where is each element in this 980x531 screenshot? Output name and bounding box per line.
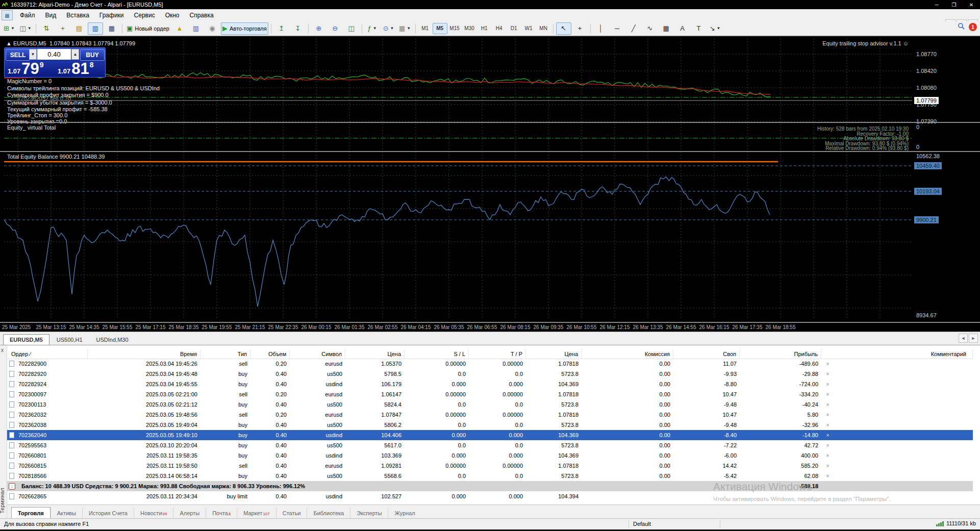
autotrading-button[interactable]: ▶Авто-торговля [221, 22, 268, 35]
restore-button[interactable]: ❐ [945, 0, 963, 9]
crosshair-button[interactable]: + [572, 22, 588, 35]
new-order-button[interactable]: ▣Новый ордер [125, 22, 171, 35]
timeframe-mn-button[interactable]: MN [536, 23, 551, 34]
buy-button[interactable]: BUY [80, 49, 105, 61]
periods-button[interactable]: ⊙▼ [381, 22, 396, 35]
terminal-tab-почта[interactable]: Почта8 [206, 508, 237, 519]
shapes-button[interactable]: ▦ [659, 22, 674, 35]
volume-input[interactable]: 0.40 [37, 49, 71, 60]
vline-button[interactable]: │ [593, 22, 609, 35]
order-row[interactable]: 7023001132025.03.05 02:21:12buy0.40us500… [7, 399, 973, 410]
sell-button[interactable]: SELL [6, 49, 30, 61]
trendline-button[interactable]: ╱ [626, 22, 641, 35]
close-order-icon[interactable]: × [821, 392, 834, 397]
terminal-tab-эксперты[interactable]: Эксперты [350, 508, 388, 519]
terminal-tab-активы[interactable]: Активы [51, 508, 82, 519]
order-row[interactable]: 7023000972025.03.05 02:21:00sell0.20euru… [7, 389, 973, 399]
order-row[interactable]: 7028185662025.03.14 06:58:14buy0.40us500… [7, 471, 973, 481]
tile-windows-button[interactable]: ◫ [344, 22, 359, 35]
label-button[interactable]: T [691, 22, 707, 35]
menu-окно[interactable]: Окно [160, 10, 185, 20]
order-row[interactable]: 7023620382025.03.05 19:49:04buy0.40us500… [7, 420, 973, 430]
terminal-tab-библиотека[interactable]: Библиотека [307, 508, 350, 519]
profiles-button[interactable]: ◫▼ [18, 22, 33, 35]
zoom-in-button[interactable]: ⊕ [311, 22, 326, 35]
chart-tab-us500[interactable]: US500,H1 [50, 334, 89, 345]
close-order-icon[interactable]: × [821, 371, 834, 377]
terminal-tab-новости[interactable]: Новости99 [134, 508, 173, 519]
fibonacci-button[interactable]: ∿ [642, 22, 658, 35]
refresh-button[interactable]: ◉ [205, 22, 220, 35]
timeframe-m1-button[interactable]: M1 [418, 23, 433, 34]
volume-decrease-button[interactable]: ▼ [29, 49, 37, 60]
timeframe-h4-button[interactable]: H4 [492, 23, 507, 34]
order-row[interactable]: 7026608012025.03.11 19:58:35buy0.40usdin… [7, 450, 973, 461]
notification-badge[interactable]: 1 [969, 23, 977, 31]
timeframe-h1-button[interactable]: H1 [477, 23, 492, 34]
arrows-button[interactable]: ↘▼ [708, 22, 723, 35]
terminal-button[interactable]: ▥ [88, 22, 103, 35]
navigator-button[interactable]: ▤ [71, 22, 87, 35]
menu-графики[interactable]: Графики [94, 10, 129, 20]
subwindow-separator[interactable] [0, 122, 980, 123]
close-order-icon[interactable]: × [821, 463, 834, 469]
order-row[interactable]: 7022829242025.03.04 19:45:55buy0.40usdin… [7, 379, 973, 389]
close-order-icon[interactable]: × [821, 402, 834, 408]
terminal-tab-история-счета[interactable]: История Счета [82, 508, 134, 519]
terminal-tab-статьи[interactable]: Статьи [276, 508, 307, 519]
tab-scroll-right-icon[interactable]: ► [969, 334, 978, 343]
hline-button[interactable]: ─ [610, 22, 625, 35]
menu-сервис[interactable]: Сервис [129, 10, 160, 20]
menu-вид[interactable]: Вид [40, 10, 62, 20]
chart-tab-usdind[interactable]: USDInd,M30 [90, 334, 135, 345]
templates-button[interactable]: ▦▼ [397, 22, 413, 35]
search-icon[interactable] [958, 22, 965, 32]
close-button[interactable]: ✕ [963, 0, 980, 9]
close-order-icon[interactable]: × [821, 433, 834, 438]
close-order-icon[interactable]: × [821, 382, 834, 387]
status-profile[interactable]: Default [629, 520, 720, 528]
zoom-out-button[interactable]: ⊖ [328, 22, 343, 35]
chart-system-icon[interactable]: ▦ [2, 10, 13, 20]
new-chart-button[interactable]: ⊞▼ [2, 22, 17, 35]
terminal-close-icon[interactable]: x [1, 347, 4, 353]
subwindow-separator[interactable] [0, 151, 980, 152]
sell-price[interactable]: 1.07 79 9 [5, 60, 54, 77]
data-window-button[interactable]: + [55, 22, 70, 35]
styles-button[interactable]: ▥ [188, 22, 204, 35]
market-watch-button[interactable]: ⇅ [39, 22, 54, 35]
close-order-icon[interactable]: × [821, 412, 834, 418]
terminal-tab-журнал[interactable]: Журнал [388, 508, 421, 519]
tab-scroll-left-icon[interactable]: ◄ [959, 334, 968, 343]
timeframe-d1-button[interactable]: D1 [507, 23, 521, 34]
buy-price[interactable]: 1.07 81 8 [55, 60, 104, 77]
order-row[interactable]: 7022829002025.03.04 19:45:26sell0.20euru… [7, 359, 973, 369]
subwindow-separator[interactable] [0, 322, 980, 323]
indicators-button[interactable]: ƒ▼ [365, 22, 380, 35]
order-row[interactable]: 7022829202025.03.04 19:45:48buy0.40us500… [7, 369, 973, 379]
chart-canvas[interactable] [0, 36, 980, 332]
chart-tab-eurusd[interactable]: EURUSD,M5 [3, 334, 49, 345]
terminal-tab-торговля[interactable]: Торговля [11, 507, 51, 519]
collapse-icon[interactable]: ▲ [6, 40, 13, 46]
menu-файл[interactable]: Файл [15, 10, 40, 20]
timeframe-m15-button[interactable]: M15 [447, 23, 462, 34]
volume-increase-button[interactable]: ▲ [71, 49, 79, 60]
tick-down-button[interactable]: ↧ [290, 22, 306, 35]
timeframe-m30-button[interactable]: M30 [462, 23, 477, 34]
order-row[interactable]: 7023620322025.03.05 19:48:56sell0.20euru… [7, 410, 973, 420]
timeframe-m5-button[interactable]: M5 [433, 23, 447, 34]
strategy-tester-button[interactable]: ▦ [104, 22, 119, 35]
close-order-icon[interactable]: × [821, 443, 834, 448]
order-row[interactable]: 7025955632025.03.10 20:20:04buy0.40us500… [7, 440, 973, 450]
terminal-tab-маркет[interactable]: Маркет107 [237, 508, 276, 519]
order-row[interactable]: 7026608152025.03.11 19:58:50sell0.40euru… [7, 461, 973, 471]
tick-up-button[interactable]: ↥ [274, 22, 289, 35]
metaeditor-button[interactable]: ▲ [172, 22, 187, 35]
cursor-button[interactable]: ↖ [556, 22, 571, 35]
minimize-button[interactable]: ─ [928, 0, 945, 9]
terminal-tab-алерты[interactable]: Алерты [173, 508, 206, 519]
close-order-icon[interactable]: × [821, 422, 834, 428]
close-order-icon[interactable]: × [821, 361, 834, 367]
close-order-icon[interactable]: × [821, 473, 834, 479]
